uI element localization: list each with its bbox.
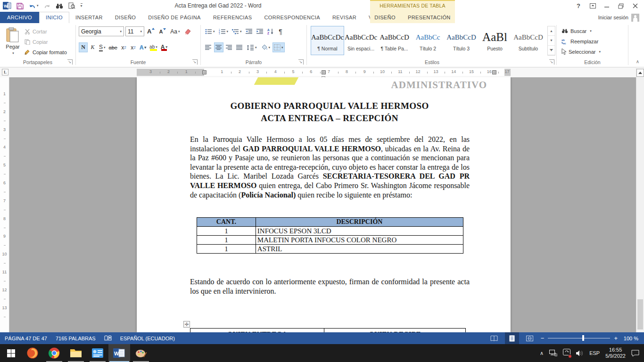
print-layout-view-icon[interactable] bbox=[505, 332, 519, 344]
align-left-button[interactable] bbox=[204, 42, 213, 52]
justify-button[interactable] bbox=[235, 42, 244, 52]
zoom-level[interactable]: 100 % bbox=[621, 336, 638, 341]
cell-descripcion[interactable]: ASTRIL bbox=[256, 245, 463, 254]
save-icon[interactable] bbox=[17, 2, 24, 9]
highlight-button[interactable]: ab▾ bbox=[148, 42, 159, 52]
font-color-button[interactable]: A▾ bbox=[159, 42, 169, 52]
text-effects-button[interactable]: A▾ bbox=[138, 42, 148, 52]
bold-button[interactable]: N bbox=[79, 42, 88, 52]
select-button[interactable]: Seleccionar▾ bbox=[561, 48, 601, 56]
close-icon[interactable] bbox=[628, 1, 642, 11]
align-center-button[interactable] bbox=[214, 42, 223, 52]
taskbar-system-app[interactable] bbox=[87, 344, 108, 362]
help-icon[interactable]: ? bbox=[571, 1, 586, 11]
horizontal-ruler[interactable]: 3211234567891011121314151617 bbox=[137, 69, 511, 76]
ribbon-display-icon[interactable] bbox=[586, 1, 600, 11]
grow-font-button[interactable]: A bbox=[146, 26, 156, 36]
taskbar-firefox[interactable] bbox=[22, 344, 43, 362]
table-move-handle[interactable]: ✛ bbox=[183, 321, 190, 328]
signature-table[interactable]: QUIEN ENTREGA QUIEN RECIBE bbox=[190, 328, 466, 332]
increase-indent-button[interactable] bbox=[255, 26, 265, 36]
tray-chevron-icon[interactable]: ∧ bbox=[540, 350, 544, 356]
zoom-slider-thumb[interactable] bbox=[582, 335, 584, 341]
underline-button[interactable]: S▾ bbox=[98, 42, 107, 52]
replace-button[interactable]: abac Reemplazar bbox=[561, 37, 598, 45]
page-indicator[interactable]: PÁGINA 47 DE 47 bbox=[5, 336, 47, 341]
style-puesto[interactable]: AaBlPuesto bbox=[478, 26, 512, 55]
shrink-font-button[interactable]: A bbox=[157, 26, 167, 36]
word-count[interactable]: 7165 PALABRAS bbox=[56, 336, 96, 341]
read-mode-view-icon[interactable] bbox=[487, 332, 501, 344]
cell-descripcion[interactable]: MALETIN PORTA INFOCUS COLOR NEGRO bbox=[256, 236, 463, 245]
subscript-button[interactable]: x2 bbox=[119, 42, 128, 52]
body-paragraph-1[interactable]: En la Parroquia Valle Hermoso a los 05 d… bbox=[190, 135, 470, 199]
body-paragraph-2[interactable]: Estando de acuerdo con lo anteriormente … bbox=[190, 277, 470, 296]
styles-dialog-launcher[interactable] bbox=[549, 59, 554, 65]
tab-correspondencia[interactable]: CORRESPONDENCIA bbox=[258, 12, 326, 23]
restore-icon[interactable] bbox=[614, 1, 628, 11]
table-header-cant[interactable]: CANT. bbox=[197, 218, 256, 227]
tab-stop-selector[interactable]: L bbox=[2, 69, 8, 75]
style-table-pa[interactable]: AaBbCcD¶ Table Pa... bbox=[378, 26, 411, 55]
borders-button[interactable]: ▾ bbox=[272, 42, 285, 52]
tab-archivo[interactable]: ARCHIVO bbox=[0, 12, 39, 23]
action-center-icon[interactable] bbox=[631, 350, 639, 357]
clock[interactable]: 16:555/9/2022 bbox=[605, 347, 626, 359]
paste-button[interactable]: Pegar▾ bbox=[3, 26, 23, 60]
cell-descripcion[interactable]: INFOCUS EPSON 3LCD bbox=[256, 227, 463, 236]
show-marks-button[interactable]: ¶ bbox=[276, 26, 285, 36]
document-page[interactable]: ADMINISTRATIVO GOBIERNO PARROQUIAL VALLE… bbox=[137, 77, 511, 332]
format-painter-button[interactable]: Copiar formato bbox=[25, 48, 67, 56]
language-indicator[interactable]: ESP bbox=[589, 350, 600, 356]
cell-cant[interactable]: 1 bbox=[197, 227, 256, 236]
tab-referencias[interactable]: REFERENCIAS bbox=[207, 12, 258, 23]
style-normal[interactable]: AaBbCcDc¶ Normal bbox=[311, 26, 344, 55]
sign-in[interactable]: Iniciar sesión bbox=[598, 12, 639, 23]
shading-button[interactable]: ▾ bbox=[259, 42, 272, 52]
sort-button[interactable]: AZ bbox=[266, 26, 275, 36]
tab-inicio[interactable]: INICIO bbox=[39, 12, 69, 23]
bullets-button[interactable]: ▾ bbox=[204, 26, 216, 36]
undo-button[interactable]: ▾ bbox=[29, 3, 39, 9]
styles-more-icon[interactable]: ▼ bbox=[548, 46, 555, 55]
font-dialog-launcher[interactable] bbox=[192, 59, 198, 65]
scroll-up-icon[interactable] bbox=[636, 69, 644, 77]
tab-diseno-de-pagina[interactable]: DISEÑO DE PÁGINA bbox=[142, 12, 207, 23]
italic-button[interactable]: K bbox=[88, 42, 97, 52]
table-column-marker[interactable] bbox=[322, 70, 326, 74]
minimize-icon[interactable] bbox=[600, 1, 614, 11]
speaker-icon[interactable] bbox=[576, 350, 584, 356]
align-right-button[interactable] bbox=[224, 42, 234, 52]
taskbar-chrome[interactable] bbox=[43, 344, 65, 362]
paragraph-dialog-launcher[interactable] bbox=[298, 59, 304, 65]
decrease-indent-button[interactable] bbox=[244, 26, 254, 36]
web-layout-view-icon[interactable] bbox=[523, 332, 537, 344]
style-sin-espaci[interactable]: AaBbCcDcSin espaci... bbox=[344, 26, 378, 55]
style-t-tulo-2[interactable]: AaBbCcTítulo 2 bbox=[411, 26, 445, 55]
table-header-descripcion[interactable]: DESCRIPCIÓN bbox=[256, 218, 463, 227]
table-header-quien-entrega[interactable]: QUIEN ENTREGA bbox=[190, 329, 324, 333]
styles-scroll-up-icon[interactable]: ▲ bbox=[548, 26, 555, 36]
zoom-in-icon[interactable]: + bbox=[614, 335, 618, 342]
table-column-marker[interactable] bbox=[202, 70, 206, 74]
tab-revisar[interactable]: REVISAR bbox=[326, 12, 363, 23]
clear-formatting-button[interactable] bbox=[183, 26, 192, 36]
proofing-errors-icon[interactable] bbox=[104, 335, 112, 342]
line-spacing-button[interactable]: ▾ bbox=[245, 42, 258, 52]
taskbar-file-explorer[interactable] bbox=[65, 344, 87, 362]
tab-table-presentacion[interactable]: PRESENTACIÓN bbox=[402, 12, 457, 23]
taskbar-word[interactable]: W bbox=[108, 344, 130, 362]
tab-insertar[interactable]: INSERTAR bbox=[69, 12, 109, 23]
network-icon[interactable] bbox=[549, 350, 557, 356]
font-size-select[interactable]: 11▾ bbox=[125, 26, 144, 36]
find-binoculars-icon[interactable] bbox=[56, 3, 63, 9]
collapse-ribbon-icon[interactable]: ∧ bbox=[636, 59, 639, 64]
scrollbar-thumb[interactable] bbox=[637, 299, 643, 329]
cell-cant[interactable]: 1 bbox=[197, 245, 256, 254]
vertical-scrollbar[interactable] bbox=[636, 68, 644, 332]
find-button[interactable]: Buscar▾ bbox=[561, 27, 592, 35]
change-case-button[interactable]: Aa▾ bbox=[169, 26, 181, 36]
style-subt-tulo[interactable]: AaBbCcDSubtítulo bbox=[512, 26, 545, 55]
numbering-button[interactable]: 123▾ bbox=[217, 26, 230, 36]
font-name-select[interactable]: Georgia▾ bbox=[79, 26, 124, 36]
